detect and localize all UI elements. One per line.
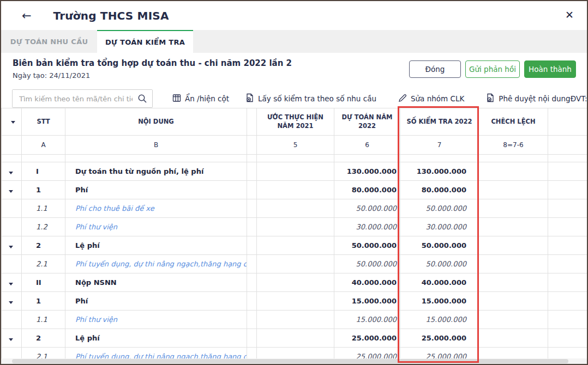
row-diff — [479, 329, 548, 348]
sua-nhom-clk-button[interactable]: Sửa nhóm CLK — [398, 94, 464, 104]
table-row: II Nộp NSNN 40.000.000 40.000.000 — [2, 273, 587, 292]
code-uoc-thuc-hien: 5 — [257, 136, 334, 155]
row-check-2022: 25.000.000 — [400, 329, 479, 348]
row-expander-cell[interactable] — [2, 273, 22, 292]
row-content[interactable]: Phí thư viện — [65, 218, 247, 236]
row-content[interactable]: Phí — [65, 181, 247, 199]
row-trailing-empty — [548, 311, 587, 329]
horizontal-scrollbar-thumb[interactable] — [12, 359, 568, 363]
row-est-2021 — [257, 292, 334, 311]
row-est-2021 — [257, 255, 334, 273]
row-narrow-empty — [247, 162, 257, 181]
row-plan-2022: 25.000.000 — [334, 329, 400, 348]
row-trailing-empty — [548, 218, 587, 236]
gui-phan-hoi-button[interactable]: Gửi phản hồi — [465, 60, 520, 78]
row-stt: 1 — [22, 292, 65, 311]
row-expander-cell[interactable] — [2, 329, 22, 348]
row-expander-cell[interactable] — [2, 311, 22, 329]
row-content[interactable]: Phí thư viện — [65, 311, 247, 329]
table-row: 1 Phí 15.000.000 15.000.000 — [2, 292, 587, 311]
row-expander-cell[interactable] — [2, 181, 22, 199]
row-est-2021 — [257, 162, 334, 181]
expander-icon[interactable] — [9, 172, 13, 174]
row-est-2021 — [257, 236, 334, 255]
lay-so-kiem-tra-button[interactable]: Lấy số kiểm tra theo số nhu cầu — [245, 93, 376, 104]
table-row: I Dự toán thu từ nguồn phí, lệ phí 130.0… — [2, 162, 587, 181]
hoan-thanh-button[interactable]: Hoàn thành — [524, 60, 576, 78]
row-content[interactable]: Phí tuyển dụng, dự thi nâng ngạch,thăng … — [65, 255, 247, 273]
dvt-label: ĐVT: — [571, 94, 587, 103]
row-check-2022: 15.000.000 — [400, 311, 479, 329]
action-buttons: Đóng Gửi phản hồi Hoàn thành — [409, 60, 576, 78]
close-icon[interactable]: ✕ — [565, 9, 574, 21]
expander-icon[interactable] — [9, 338, 13, 341]
row-trailing-empty — [548, 236, 587, 255]
row-trailing-empty — [548, 255, 587, 273]
row-trailing-empty — [548, 181, 587, 199]
back-arrow-icon[interactable]: ← — [22, 9, 32, 22]
expander-icon[interactable] — [9, 283, 13, 285]
header-empty-last — [548, 108, 587, 136]
row-stt: II — [22, 273, 65, 292]
expander-icon[interactable] — [9, 301, 13, 304]
row-expander-cell[interactable] — [2, 236, 22, 255]
row-narrow-empty — [247, 236, 257, 255]
header-noi-dung: NỘI DUNG — [65, 108, 247, 136]
row-check-2022: 50.000.000 — [400, 199, 479, 218]
row-est-2021 — [257, 329, 334, 348]
row-check-2022: 30.000.000 — [400, 218, 479, 236]
row-narrow-empty — [247, 218, 257, 236]
row-stt: 1 — [22, 181, 65, 199]
row-narrow-empty — [247, 329, 257, 348]
row-plan-2022: 80.000.000 — [334, 181, 400, 199]
search-icon[interactable] — [137, 94, 147, 106]
row-content[interactable]: Lệ phí — [65, 236, 247, 255]
row-expander-cell[interactable] — [2, 255, 22, 273]
row-narrow-empty — [247, 199, 257, 218]
document-check-icon — [486, 93, 495, 104]
expand-all-icon[interactable] — [11, 121, 15, 124]
budget-table: STT NỘI DUNG ƯỚC THỰC HIỆN NĂM 2021 DỰ T… — [1, 108, 587, 364]
expander-icon[interactable] — [9, 190, 13, 193]
header-empty-narrow — [247, 108, 257, 136]
row-diff — [479, 236, 548, 255]
expander-icon[interactable] — [9, 246, 13, 248]
phe-duyet-noi-dung-button[interactable]: Phê duyệt nội dung — [486, 93, 570, 104]
row-expander-cell[interactable] — [2, 162, 22, 181]
modal-window: ← Trường THCS MISA ✕ DỰ TOÁN NHU CẦU DỰ … — [0, 0, 588, 365]
row-content[interactable]: Nộp NSNN — [65, 273, 247, 292]
row-diff — [479, 273, 548, 292]
row-trailing-empty — [548, 162, 587, 181]
row-content[interactable]: Dự toán thu từ nguồn phí, lệ phí — [65, 162, 247, 181]
row-plan-2022: 50.000.000 — [334, 236, 400, 255]
header-expander-cell[interactable] — [2, 108, 22, 136]
row-expander-cell[interactable] — [2, 218, 22, 236]
row-plan-2022: 15.000.000 — [334, 292, 400, 311]
tab-du-toan-nhu-cau[interactable]: DỰ TOÁN NHU CẦU — [1, 30, 97, 53]
row-diff — [479, 181, 548, 199]
row-content[interactable]: Phí — [65, 292, 247, 311]
table-row: 2 Lệ phí 25.000.000 25.000.000 — [2, 329, 587, 348]
row-plan-2022: 50.000.000 — [334, 255, 400, 273]
table-row: 1.2 Phí thư viện 30.000.000 30.000.000 — [2, 218, 587, 236]
code-chech-lech: 8=7-6 — [479, 136, 548, 155]
row-expander-cell[interactable] — [2, 199, 22, 218]
row-diff — [479, 311, 548, 329]
code-stt: A — [22, 136, 65, 155]
search-input[interactable] — [13, 90, 152, 107]
row-check-2022: 40.000.000 — [400, 273, 479, 292]
row-content[interactable]: Lệ phí — [65, 329, 247, 348]
table-header-row: STT NỘI DUNG ƯỚC THỰC HIỆN NĂM 2021 DỰ T… — [2, 108, 587, 136]
hide-show-columns-button[interactable]: Ẩn /hiện cột — [172, 94, 229, 104]
row-check-2022: 130.000.000 — [400, 162, 479, 181]
row-expander-cell[interactable] — [2, 292, 22, 311]
table-row: 2.1 Phí tuyển dụng, dự thi nâng ngạch,th… — [2, 255, 587, 273]
code-du-toan: 6 — [334, 136, 400, 155]
row-content[interactable]: Phí cho thuê bãi để xe — [65, 199, 247, 218]
tab-du-toan-kiem-tra[interactable]: DỰ TOÁN KIỂM TRA — [97, 30, 193, 53]
row-diff — [479, 199, 548, 218]
dong-button[interactable]: Đóng — [409, 60, 461, 78]
row-check-2022: 15.000.000 — [400, 292, 479, 311]
row-narrow-empty — [247, 255, 257, 273]
table-row: 1 Phí 80.000.000 80.000.000 — [2, 181, 587, 199]
